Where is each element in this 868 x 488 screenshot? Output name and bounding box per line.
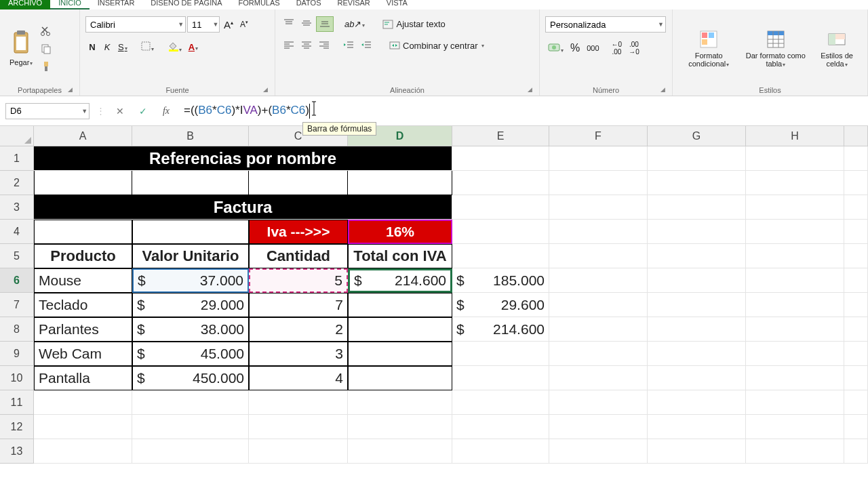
format-as-table-button[interactable]: Dar formato como tabla▾: [741, 27, 811, 70]
cell-B10[interactable]: $450.000: [132, 366, 249, 390]
row-header-3[interactable]: 3: [0, 195, 34, 220]
paste-button[interactable]: Pegar▾: [5, 28, 37, 68]
cell[interactable]: [34, 220, 132, 244]
cell-E6[interactable]: $185.000: [452, 268, 549, 293]
cell[interactable]: [549, 390, 648, 415]
cell[interactable]: [549, 220, 648, 244]
increase-decimal-button[interactable]: ←0.00: [609, 39, 625, 57]
cell[interactable]: [648, 171, 746, 195]
italic-button[interactable]: K: [100, 41, 114, 54]
accounting-format-button[interactable]: ▾: [545, 41, 566, 56]
align-right-button[interactable]: [316, 39, 332, 52]
cell[interactable]: [452, 220, 549, 244]
cancel-formula-button[interactable]: ✕: [112, 106, 128, 117]
cell-B7[interactable]: $29.000: [132, 293, 249, 317]
cell-E7[interactable]: $29.600: [452, 293, 549, 317]
number-format-input[interactable]: [546, 20, 656, 30]
cell[interactable]: [132, 439, 249, 464]
cell[interactable]: [648, 244, 746, 268]
tab-insert[interactable]: INSERTAR: [90, 0, 143, 9]
decrease-indent-button[interactable]: [340, 39, 357, 52]
row-header-8[interactable]: 8: [0, 317, 34, 342]
cell[interactable]: [249, 171, 348, 195]
cell-C7[interactable]: 7: [249, 293, 348, 317]
cell-hdr-total[interactable]: Total con IVA: [348, 244, 452, 268]
row-header-6[interactable]: 6: [0, 268, 34, 293]
percent-format-button[interactable]: %: [568, 41, 583, 56]
cell[interactable]: [746, 366, 844, 390]
cell[interactable]: [844, 439, 868, 464]
row-header-13[interactable]: 13: [0, 439, 34, 464]
cell[interactable]: [648, 342, 746, 366]
cell-hdr-unit[interactable]: Valor Unitario: [132, 244, 249, 268]
cell[interactable]: [844, 293, 868, 317]
cell[interactable]: [648, 366, 746, 390]
cell-D6[interactable]: $214.600: [348, 268, 452, 293]
cell[interactable]: [132, 220, 249, 244]
cell[interactable]: [844, 244, 868, 268]
cell[interactable]: [348, 415, 452, 439]
cell-hdr-prod[interactable]: Producto: [34, 244, 132, 268]
cell[interactable]: [549, 342, 648, 366]
cell[interactable]: [648, 146, 746, 171]
fill-color-button[interactable]: ▾: [165, 39, 184, 55]
conditional-format-button[interactable]: Formato condicional▾: [678, 27, 740, 70]
chevron-down-icon[interactable]: ▼: [176, 21, 185, 28]
cell[interactable]: [746, 390, 844, 415]
cell[interactable]: [348, 439, 452, 464]
cell-A7[interactable]: Teclado: [34, 293, 132, 317]
col-header-E[interactable]: E: [452, 126, 549, 146]
tab-file[interactable]: ARCHIVO: [0, 0, 50, 9]
cell[interactable]: [348, 390, 452, 415]
cell[interactable]: [452, 366, 549, 390]
cell-hdr-qty[interactable]: Cantidad: [249, 244, 348, 268]
cell-D10[interactable]: [348, 366, 452, 390]
cell[interactable]: [746, 342, 844, 366]
cell-B6[interactable]: $37.000: [132, 268, 249, 293]
tab-formulas[interactable]: FÓRMULAS: [231, 0, 288, 9]
row-header-10[interactable]: 10: [0, 366, 34, 390]
font-name-input[interactable]: [86, 20, 176, 30]
align-left-button[interactable]: [281, 39, 297, 52]
cell-C6[interactable]: 5: [249, 268, 348, 293]
font-size-combo[interactable]: ▼: [187, 16, 220, 33]
cell[interactable]: [648, 390, 746, 415]
cell-C8[interactable]: 2: [249, 317, 348, 342]
cell-D9[interactable]: [348, 342, 452, 366]
formula-input[interactable]: =((B6*C6)*IVA)+(B6*C6): [181, 101, 868, 121]
cell[interactable]: [746, 317, 844, 342]
clipboard-launcher[interactable]: ◢: [66, 86, 74, 94]
cell-iva-label[interactable]: Iva --->>>: [249, 220, 348, 244]
insert-function-button[interactable]: fx: [158, 106, 174, 117]
cell[interactable]: [452, 342, 549, 366]
underline-button[interactable]: S▾: [115, 41, 130, 54]
cell[interactable]: [648, 293, 746, 317]
orientation-button[interactable]: ab↗▾: [342, 18, 368, 30]
align-launcher[interactable]: ◢: [526, 86, 534, 94]
cell-E8[interactable]: $214.600: [452, 317, 549, 342]
cell[interactable]: [549, 195, 648, 220]
borders-button[interactable]: ▾: [138, 40, 157, 54]
cell[interactable]: [249, 415, 348, 439]
wrap-text-button[interactable]: Ajustar texto: [380, 18, 448, 31]
select-all-corner[interactable]: [0, 126, 34, 146]
cell[interactable]: [746, 244, 844, 268]
row-header-11[interactable]: 11: [0, 390, 34, 415]
cut-button[interactable]: [39, 24, 53, 38]
cell[interactable]: [844, 366, 868, 390]
cell[interactable]: [549, 317, 648, 342]
bold-button[interactable]: N: [85, 41, 99, 54]
cell-A10[interactable]: Pantalla: [34, 366, 132, 390]
merge-center-button[interactable]: Combinar y centrar▾: [387, 39, 487, 52]
row-header-12[interactable]: 12: [0, 415, 34, 439]
cell[interactable]: [648, 195, 746, 220]
tab-home[interactable]: INICIO: [50, 0, 90, 9]
cell[interactable]: [452, 415, 549, 439]
row-header-5[interactable]: 5: [0, 244, 34, 268]
number-format-combo[interactable]: ▼: [545, 16, 666, 33]
cell-A9[interactable]: Web Cam: [34, 342, 132, 366]
copy-button[interactable]: [39, 42, 53, 56]
cell[interactable]: [34, 439, 132, 464]
col-header-G[interactable]: G: [648, 126, 746, 146]
increase-indent-button[interactable]: [358, 39, 374, 52]
